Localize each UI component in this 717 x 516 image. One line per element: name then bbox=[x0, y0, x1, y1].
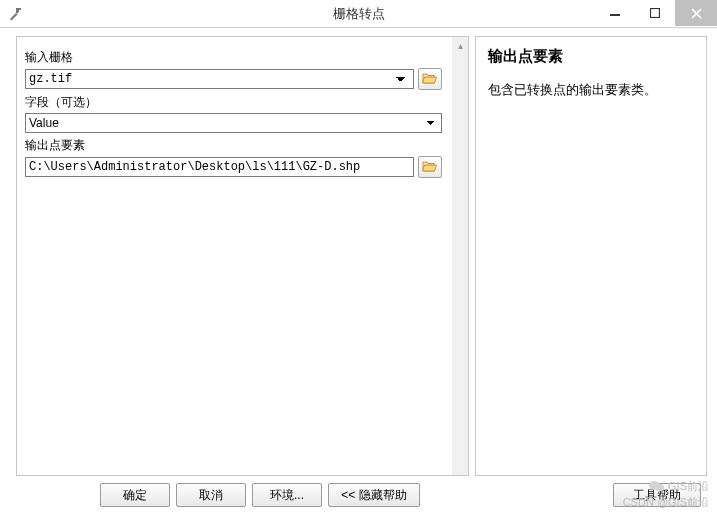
hammer-icon bbox=[8, 6, 24, 22]
field-label: 字段（可选） bbox=[25, 94, 442, 111]
svg-rect-1 bbox=[610, 14, 620, 16]
content-area: 输入栅格 gz.tif 字段（可选） Value 输出点要素 bbox=[0, 28, 717, 480]
folder-open-icon bbox=[422, 71, 438, 88]
help-pane: 输出点要素 包含已转换点的输出要素类。 bbox=[475, 36, 707, 476]
window-buttons bbox=[595, 0, 717, 27]
hide-help-button[interactable]: << 隐藏帮助 bbox=[328, 483, 420, 507]
ok-button[interactable]: 确定 bbox=[100, 483, 170, 507]
environments-button[interactable]: 环境... bbox=[252, 483, 322, 507]
output-path-input[interactable] bbox=[25, 157, 414, 177]
field-combo[interactable]: Value bbox=[25, 113, 442, 133]
input-raster-label: 输入栅格 bbox=[25, 49, 442, 66]
window-title: 栅格转点 bbox=[333, 5, 385, 23]
browse-input-raster-button[interactable] bbox=[418, 68, 442, 90]
close-button[interactable] bbox=[675, 0, 717, 26]
output-label: 输出点要素 bbox=[25, 137, 442, 154]
folder-open-icon bbox=[422, 159, 438, 176]
titlebar: 栅格转点 bbox=[0, 0, 717, 28]
help-title: 输出点要素 bbox=[488, 47, 694, 66]
cancel-button[interactable]: 取消 bbox=[176, 483, 246, 507]
footer-bar: 确定 取消 环境... << 隐藏帮助 工具帮助 bbox=[0, 480, 717, 516]
scrollbar[interactable]: ▴ bbox=[452, 37, 468, 475]
minimize-button[interactable] bbox=[595, 0, 635, 26]
scroll-up-icon[interactable]: ▴ bbox=[452, 37, 468, 53]
tool-help-button[interactable]: 工具帮助 bbox=[613, 483, 701, 507]
svg-rect-2 bbox=[651, 9, 660, 18]
help-description: 包含已转换点的输出要素类。 bbox=[488, 78, 694, 101]
browse-output-button[interactable] bbox=[418, 156, 442, 178]
input-raster-combo[interactable]: gz.tif bbox=[25, 69, 414, 89]
maximize-button[interactable] bbox=[635, 0, 675, 26]
parameters-pane: 输入栅格 gz.tif 字段（可选） Value 输出点要素 bbox=[16, 36, 469, 476]
